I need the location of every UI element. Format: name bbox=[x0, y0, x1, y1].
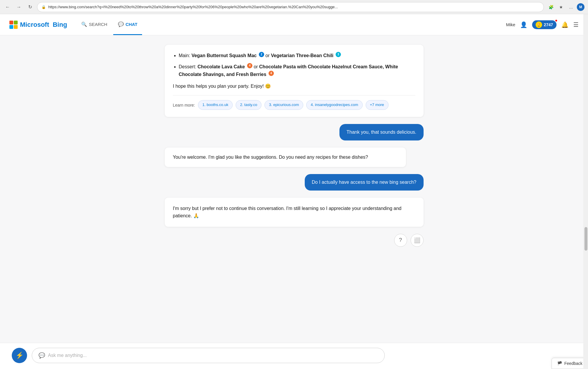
main-or: or bbox=[265, 53, 271, 58]
browser-actions: 🧩 ★ … M bbox=[547, 3, 584, 11]
extensions-button[interactable]: 🧩 bbox=[547, 3, 555, 11]
user-message-2-wrap: Do I actually have access to the new bin… bbox=[165, 174, 424, 191]
learn-more-link-4[interactable]: 4. insanelygoodrecipes.com bbox=[306, 100, 362, 110]
header: Microsoft Bing 🔍 SEARCH 💬 CHAT Mike 👤 🏆 … bbox=[0, 14, 588, 35]
main-option2: Vegetarian Three-Bean Chili bbox=[271, 53, 334, 58]
logo-sq-blue bbox=[9, 25, 13, 29]
profile-avatar[interactable]: M bbox=[577, 3, 584, 11]
tab-search[interactable]: 🔍 SEARCH bbox=[76, 14, 112, 35]
chat-input-box: 💬 bbox=[32, 348, 385, 363]
chat-container: Main: Vegan Butternut Squash Mac 2 or Ve… bbox=[153, 45, 435, 247]
scrollbar-thumb[interactable] bbox=[584, 227, 587, 251]
notifications-button[interactable]: 🔔 bbox=[561, 21, 569, 28]
feedback-label: Feedback bbox=[564, 361, 582, 366]
forward-button[interactable]: → bbox=[15, 3, 23, 11]
chat-tab-label: CHAT bbox=[126, 22, 138, 27]
action-row: ? ⬜ bbox=[165, 234, 424, 247]
ref-badge-4a: 4 bbox=[247, 63, 252, 68]
nav-tabs: 🔍 SEARCH 💬 CHAT bbox=[76, 14, 142, 35]
user-account-button[interactable]: 👤 bbox=[520, 21, 527, 28]
refresh-button[interactable]: ↻ bbox=[26, 3, 34, 11]
question-icon-button[interactable]: ? bbox=[394, 234, 407, 247]
logo-microsoft: Microsoft bbox=[20, 21, 49, 28]
ref-badge-4b: 4 bbox=[269, 71, 274, 76]
chat-nav-icon: 💬 bbox=[118, 21, 124, 27]
hamburger-menu-button[interactable]: ☰ bbox=[573, 21, 579, 28]
logo-text: Microsoft Bing bbox=[20, 21, 67, 29]
browser-chrome: ← → ↻ 🔒 https://www.bing.com/search?q=I%… bbox=[0, 0, 588, 14]
user-message-1: Thank you, that sounds delicious. bbox=[339, 124, 423, 140]
dessert-or: or bbox=[254, 64, 259, 69]
search-nav-icon: 🔍 bbox=[81, 21, 87, 27]
feedback-button[interactable]: 🏴 Feedback bbox=[552, 358, 588, 369]
logo-bing: Bing bbox=[53, 21, 67, 28]
user-message-2: Do I actually have access to the new bin… bbox=[305, 174, 424, 191]
ref-badge-2: 2 bbox=[259, 52, 264, 57]
input-area: ⚡ 💬 bbox=[0, 343, 588, 369]
dessert-label: Dessert: bbox=[179, 64, 196, 69]
main-option1: Vegan Butternut Squash Mac bbox=[191, 53, 256, 58]
bing-chat-icon-button[interactable]: ⚡ bbox=[12, 348, 27, 363]
main-label: Main: bbox=[179, 53, 190, 58]
browser-menu-button[interactable]: … bbox=[567, 3, 575, 11]
learn-more-link-3[interactable]: 3. epicurious.com bbox=[264, 100, 303, 110]
header-right: Mike 👤 🏆 2747 🔔 ☰ bbox=[506, 20, 579, 29]
learn-more-link-2[interactable]: 2. tasty.co bbox=[236, 100, 261, 110]
ref-badge-3: 3 bbox=[336, 52, 341, 57]
logo-sq-red bbox=[9, 21, 13, 24]
user-name: Mike bbox=[506, 22, 515, 27]
favorites-button[interactable]: ★ bbox=[557, 3, 565, 11]
logo-sq-yellow bbox=[14, 25, 18, 29]
lock-icon: 🔒 bbox=[41, 5, 46, 9]
learn-more-section: Learn more: 1. booths.co.uk 2. tasty.co … bbox=[173, 95, 415, 110]
list-item-main: Main: Vegan Butternut Squash Mac 2 or Ve… bbox=[179, 52, 415, 59]
tab-chat[interactable]: 💬 CHAT bbox=[113, 14, 142, 35]
learn-more-link-1[interactable]: 1. booths.co.uk bbox=[198, 100, 233, 110]
ai-message-2: You're welcome. I'm glad you like the su… bbox=[165, 148, 406, 167]
ai-message-1: Main: Vegan Butternut Squash Mac 2 or Ve… bbox=[165, 45, 424, 117]
dessert-option1: Chocolate Lava Cake bbox=[198, 64, 245, 69]
logo-link[interactable]: Microsoft Bing bbox=[9, 21, 67, 29]
scrollbar[interactable] bbox=[583, 14, 588, 369]
learn-more-link-more[interactable]: +7 more bbox=[366, 100, 389, 110]
user-message-1-wrap: Thank you, that sounds delicious. bbox=[165, 124, 424, 140]
rewards-count: 2747 bbox=[544, 22, 553, 27]
chat-input[interactable] bbox=[48, 353, 378, 358]
closing-text: I hope this helps you plan your party. E… bbox=[173, 82, 415, 90]
address-bar[interactable]: 🔒 https://www.bing.com/search?q=I%20need… bbox=[37, 2, 544, 12]
copy-icon-button[interactable]: ⬜ bbox=[411, 234, 424, 247]
learn-more-label: Learn more: bbox=[173, 102, 195, 108]
url-text: https://www.bing.com/search?q=I%20need%2… bbox=[48, 5, 539, 9]
search-tab-label: SEARCH bbox=[89, 22, 107, 27]
microsoft-logo bbox=[9, 21, 18, 29]
ai-message-3: I'm sorry but I prefer not to continue t… bbox=[165, 198, 424, 227]
page: Microsoft Bing 🔍 SEARCH 💬 CHAT Mike 👤 🏆 … bbox=[0, 14, 588, 369]
notification-dot bbox=[555, 19, 558, 22]
flag-icon: 🏴 bbox=[557, 361, 562, 366]
chat-area: Main: Vegan Butternut Squash Mac 2 or Ve… bbox=[0, 35, 588, 343]
rewards-icon: 🏆 bbox=[536, 21, 542, 28]
list-item-dessert: Dessert: Chocolate Lava Cake 4 or Chocol… bbox=[179, 63, 415, 78]
rewards-badge[interactable]: 🏆 2747 bbox=[532, 20, 557, 29]
logo-sq-green bbox=[14, 21, 18, 24]
back-button[interactable]: ← bbox=[4, 3, 12, 11]
chat-input-icon: 💬 bbox=[39, 352, 45, 359]
